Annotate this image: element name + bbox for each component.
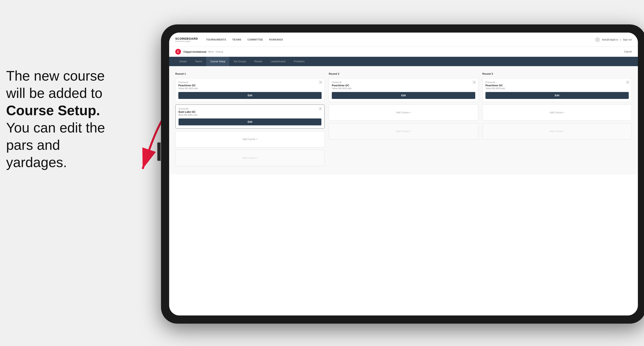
round-1-add-course-active[interactable]: Add Course + [175, 131, 325, 147]
round-3-add-course-disabled-label: Add Course + [550, 130, 564, 133]
round-1-add-course-disabled-label: Add Course + [242, 157, 258, 159]
nav-tournaments[interactable]: TOURNAMENTS [206, 37, 226, 42]
breadcrumb-bar: C Clippd Invitational (Men) Hosting Canc… [169, 47, 638, 57]
course-a-label: (Course A) [178, 81, 322, 83]
course-b-label: (Course B) [178, 108, 322, 110]
nav-separator: | [620, 38, 621, 41]
round-1-course-b-card: (Course B) East Lake GC Black (M) (6891 … [175, 104, 325, 129]
navbar: SCOREBOARD Powered by clippd TOURNAMENTS… [169, 32, 638, 47]
round-1-course-b-edit-button[interactable]: Edit [178, 119, 322, 125]
round-2-course-a-details: Yellow (M) (6629 yds) [332, 87, 475, 90]
course-b-details: Black (M) (6891 yds) [178, 114, 322, 116]
breadcrumb-gender: (Men) [208, 50, 214, 53]
nav-committee[interactable]: COMMITTEE [248, 37, 263, 42]
breadcrumb-status: Hosting [216, 50, 223, 53]
annotation-left: The new course will be added to Course S… [6, 67, 120, 171]
nav-rankings[interactable]: RANKINGS [269, 37, 283, 42]
tournament-name: Clippd Invitational [184, 50, 206, 53]
round-1-add-course-label: Add Course + [242, 138, 258, 141]
round-3-course-a-edit-button[interactable]: Edit [486, 92, 629, 99]
nav-links: TOURNAMENTS TEAMS COMMITTEE RANKINGS [206, 37, 595, 42]
nav-right: blair@clippd.io | Sign out [595, 37, 632, 42]
round-3-course-a-delete-button[interactable]: ✕ [626, 80, 630, 84]
course-a-details: Yellow (M) (6629 yds) [178, 87, 322, 90]
round-2-course-a-delete-button[interactable]: ✕ [472, 80, 476, 84]
sign-out-link[interactable]: Sign out [623, 38, 632, 41]
round-2-add-course-active[interactable]: Add Course + [329, 104, 478, 121]
round-3-add-course-label: Add Course + [550, 111, 564, 114]
cancel-button[interactable]: Cancel [624, 50, 632, 53]
tablet-side-button [157, 143, 160, 161]
round-3-course-a-card: (Course A) Peachtree GC Yellow (M) (6629… [482, 78, 632, 102]
course-b-name: East Lake GC [178, 110, 322, 113]
course-b-delete-button[interactable]: ✕ [318, 107, 322, 111]
round-2-course-a-card: (Course A) Peachtree GC Yellow (M) (6629… [329, 78, 478, 102]
tab-bar: Details Teams Course Setup Tee Groups Re… [169, 57, 638, 66]
round-2-course-a-edit-button[interactable]: Edit [332, 92, 475, 99]
round-2-course-a-label: (Course A) [332, 81, 475, 83]
user-email: blair@clippd.io [602, 38, 618, 41]
round-2-add-course-disabled: Add Course + [329, 123, 478, 139]
tab-printables[interactable]: Printables [290, 57, 309, 66]
brand-subtitle: Powered by clippd [175, 40, 198, 42]
tab-tee-groups[interactable]: Tee Groups [229, 57, 250, 66]
round-1-course-a-edit-button[interactable]: Edit [178, 92, 322, 99]
round-3-course-a-label: (Course A) [486, 81, 629, 83]
round-3-add-course-active[interactable]: Add Course + [482, 104, 632, 121]
breadcrumb-logo: C [175, 49, 181, 54]
round-1-course-a-card: (Course A) Peachtree GC Yellow (M) (6629… [175, 78, 325, 102]
tab-leaderboards[interactable]: Leaderboards [266, 57, 290, 66]
round-1-column: Round 1 (Course A) Peachtree GC Yellow (… [175, 72, 325, 169]
tab-details[interactable]: Details [175, 57, 191, 66]
tablet-device: SCOREBOARD Powered by clippd TOURNAMENTS… [161, 24, 644, 324]
round-2-add-course-disabled-label: Add Course + [396, 130, 411, 133]
round-3-title: Round 3 [482, 72, 632, 75]
round-1-add-course-disabled: Add Course + [175, 150, 325, 166]
tab-course-setup[interactable]: Course Setup [206, 57, 229, 66]
round-2-course-a-name: Peachtree GC [332, 84, 475, 87]
tab-results[interactable]: Results [250, 57, 266, 66]
tablet-screen: SCOREBOARD Powered by clippd TOURNAMENTS… [169, 32, 638, 316]
main-content: Round 1 (Course A) Peachtree GC Yellow (… [169, 66, 638, 175]
course-a-delete-button[interactable]: ✕ [319, 80, 322, 84]
brand: SCOREBOARD Powered by clippd [175, 37, 198, 42]
round-3-course-a-name: Peachtree GC [486, 84, 629, 87]
round-2-add-course-label: Add Course + [396, 111, 411, 114]
round-3-course-a-details: Yellow (M) (6629 yds) [486, 87, 629, 90]
nav-teams[interactable]: TEAMS [232, 37, 242, 42]
round-2-column: Round 2 (Course A) Peachtree GC Yellow (… [329, 72, 478, 169]
course-a-name: Peachtree GC [178, 84, 322, 87]
round-3-add-course-disabled: Add Course + [482, 123, 632, 139]
round-1-title: Round 1 [175, 72, 325, 75]
tab-teams[interactable]: Teams [191, 57, 206, 66]
round-2-title: Round 2 [329, 72, 478, 75]
round-3-column: Round 3 (Course A) Peachtree GC Yellow (… [482, 72, 632, 169]
brand-title: SCOREBOARD [175, 37, 198, 40]
avatar [595, 37, 600, 42]
rounds-container: Round 1 (Course A) Peachtree GC Yellow (… [175, 72, 632, 169]
